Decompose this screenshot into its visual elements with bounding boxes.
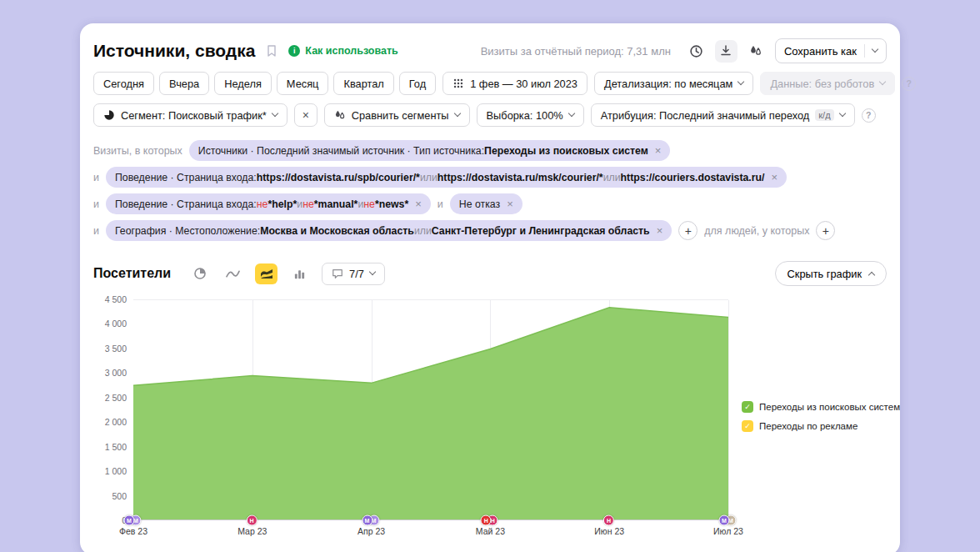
annotation-marker[interactable]: М [123,515,134,526]
legend-label: Переходы из поисковых систем [759,402,900,412]
y-axis-label: 4 000 [105,319,127,329]
chart-plot[interactable] [133,299,728,520]
download-button[interactable] [715,40,738,63]
chevron-up-icon [868,272,875,279]
chip-remove-icon[interactable]: × [655,144,662,157]
chip-text: не [302,198,314,210]
period-button-1[interactable]: Сегодня [93,72,154,95]
gridline [728,300,729,519]
y-axis-label: 2 500 [105,393,127,403]
chevron-down-icon [879,78,886,85]
calendar-grid-icon [452,78,464,89]
filter-chip[interactable]: География · Местоположение: Москва и Мос… [106,220,672,241]
sampling-dropdown[interactable]: Выборка: 100% [477,103,584,127]
segment-clear-button[interactable]: × [294,103,318,127]
columns-chart-button[interactable] [288,263,311,284]
legend-checkbox: ✓ [742,420,753,432]
chevron-down-icon[interactable] [872,46,878,53]
chart-header: Посетители 7/7 Скрыть график [93,261,887,286]
chip-text: https://couriers.dostavista.ru/ [621,172,765,183]
annotation-marker[interactable]: Н [481,515,492,526]
period-button-3[interactable]: Неделя [214,72,272,95]
chip-remove-icon[interactable]: × [657,224,663,237]
attribution-dropdown[interactable]: Атрибуция: Последний значимый переход к/… [591,103,855,127]
how-to-use-link[interactable]: i Как использовать [288,45,398,57]
chevron-down-icon [738,78,744,85]
chevron-down-icon [272,110,278,117]
chip-text: или [420,172,438,183]
y-axis-label: 3 500 [105,344,127,354]
comments-dropdown[interactable]: 7/7 [322,263,385,285]
filter-lead-label: и [93,225,99,237]
button-divider [864,44,865,58]
compare-segments-label: Сравнить сегменты [352,109,449,122]
line-chart-button[interactable] [222,263,244,284]
save-as-button[interactable]: Сохранить как [775,38,887,63]
history-button[interactable] [685,40,708,63]
period-button-5[interactable]: Квартал [333,72,393,95]
annotation-marker[interactable]: Н [603,515,614,526]
chevron-down-icon [568,110,574,117]
chip-remove-icon[interactable]: × [771,171,778,183]
chip-remove-icon[interactable]: × [415,198,422,210]
filter-rows: Визиты, в которыхИсточники · Последний з… [93,140,887,241]
add-condition-button[interactable]: + [678,221,698,240]
timeline-marker-group[interactable]: ММ [123,515,141,526]
add-people-condition-button[interactable]: + [816,221,835,240]
segments-compare-button[interactable] [745,40,768,63]
chart-plot-column: ММНММНННММ Фев 23Мар 23Апр 23Май 23Июн 2… [133,299,728,539]
filter-row-1: Визиты, в которыхИсточники · Последний з… [93,140,887,161]
timeline-marker-group[interactable]: НН [481,515,498,526]
area-chart-button[interactable] [255,263,278,284]
data-mode-help-icon[interactable]: ? [902,77,916,91]
period-button-2[interactable]: Вчера [159,72,209,95]
legend-item-2[interactable]: ✓Переходы по рекламе [742,420,887,432]
date-range-button[interactable]: 1 фев — 30 июл 2023 [442,72,588,95]
filter-row-3: иПоведение · Страница входа: не *help* и… [93,193,887,214]
chip-text: География · Местоположение: [115,225,260,237]
detalization-dropdown[interactable]: Детализация: по месяцам [594,72,753,95]
chip-text: Поведение · Страница входа: [115,198,257,210]
chip-text: Не отказ [459,198,500,210]
chip-text: https://dostavista.ru/msk/courier/* [438,172,603,183]
header-actions: Визиты за отчётный период: 7,31 млн Сохр… [481,38,887,63]
filter-chip[interactable]: Поведение · Страница входа: https://dost… [106,167,787,188]
chevron-down-icon [453,110,460,117]
attribution-help-icon[interactable]: ? [862,108,876,123]
timeline-marker-group[interactable]: ММ [718,515,736,526]
drops-icon [334,109,346,121]
hide-chart-label: Скрыть график [788,268,862,280]
area-chart-icon [260,267,273,280]
annotation-marker[interactable]: М [362,515,372,526]
pie-chart-button[interactable] [188,263,211,284]
legend-item-1[interactable]: ✓Переходы из поисковых систем [742,401,887,413]
chip-text: и [297,198,302,210]
filter-chip[interactable]: Источники · Последний значимый источник … [189,140,671,161]
segment-label: Сегмент: Поисковый трафик* [121,109,267,122]
period-button-4[interactable]: Месяц [277,72,329,95]
compare-segments-dropdown[interactable]: Сравнить сегменты [324,103,470,127]
timeline-marker-group[interactable]: ММ [362,515,379,526]
chip-text: Москва и Московская область [260,225,414,237]
filter-chip[interactable]: Не отказ× [450,193,522,214]
segment-dropdown[interactable]: Сегмент: Поисковый трафик* [93,103,288,127]
chart-zone: 05001 0001 5002 0002 5003 0003 5004 0004… [93,299,887,539]
chip-text: или [603,172,621,183]
timeline-marker-group[interactable]: Н [247,515,258,526]
data-mode-dropdown[interactable]: Данные: без роботов [760,72,895,95]
detalization-label: Детализация: по месяцам [604,78,732,90]
report-header: Источники, сводка i Как использовать Виз… [93,38,887,63]
annotation-marker[interactable]: М [718,515,729,526]
y-axis-label: 500 [112,491,127,501]
filter-chip[interactable]: Поведение · Страница входа: не *help* и … [106,193,431,214]
hide-chart-button[interactable]: Скрыть график [775,261,887,286]
chart-y-axis: 05001 0001 5002 0002 5003 0003 5004 0004… [93,299,133,520]
annotation-marker[interactable]: Н [247,515,258,526]
line-chart-icon [226,267,240,281]
filter-row-2: иПоведение · Страница входа: https://dos… [93,167,887,188]
period-button-6[interactable]: Год [399,72,436,95]
chip-remove-icon[interactable]: × [507,198,513,210]
chevron-down-icon [369,268,376,275]
bookmark-icon[interactable] [265,44,278,58]
timeline-marker-group[interactable]: Н [603,515,614,526]
